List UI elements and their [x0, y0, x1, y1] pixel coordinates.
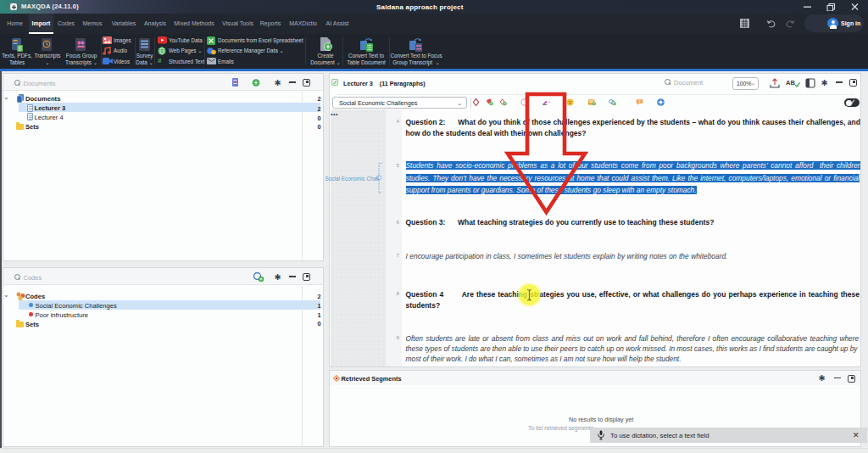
svg-text:AB: AB: [786, 79, 795, 87]
